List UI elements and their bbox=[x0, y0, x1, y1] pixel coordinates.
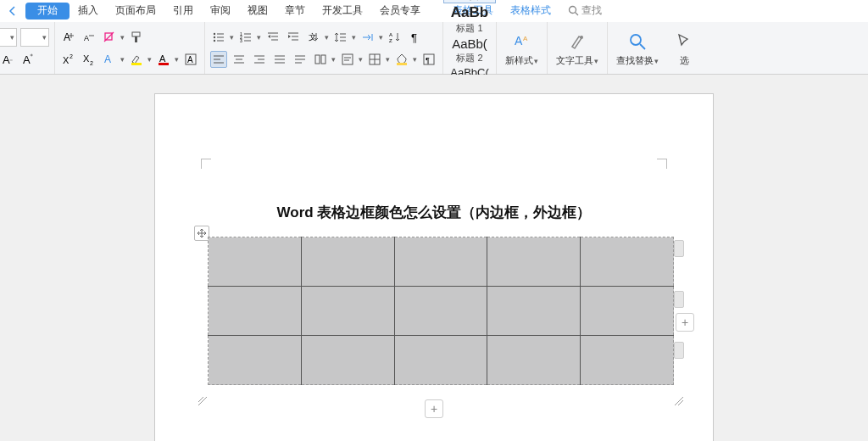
show-marks-icon[interactable]: ¶ bbox=[407, 29, 424, 46]
chevron-down-icon: ▾ bbox=[594, 57, 598, 65]
highlight-icon[interactable] bbox=[128, 51, 145, 68]
decrease-indent-icon[interactable] bbox=[264, 29, 281, 46]
chevron-down-icon[interactable]: ▾ bbox=[120, 33, 125, 42]
table-cell[interactable] bbox=[301, 237, 394, 287]
chevron-down-icon[interactable]: ▾ bbox=[379, 33, 383, 42]
format-painter-icon[interactable] bbox=[128, 29, 145, 46]
tab-stop-icon[interactable] bbox=[359, 29, 376, 46]
chevron-down-icon[interactable]: ▾ bbox=[325, 33, 329, 42]
increase-font-icon[interactable]: A⁺ bbox=[20, 51, 37, 68]
table-cell[interactable] bbox=[487, 336, 581, 385]
chevron-down-icon[interactable]: ▾ bbox=[120, 55, 125, 64]
row-stub-2[interactable] bbox=[674, 291, 684, 308]
document-table[interactable] bbox=[208, 237, 674, 385]
add-row-button[interactable]: + bbox=[425, 399, 443, 418]
tab-member[interactable]: 会员专享 bbox=[371, 0, 429, 22]
tab-page-layout[interactable]: 页面布局 bbox=[107, 0, 164, 22]
table-cell[interactable] bbox=[394, 336, 487, 385]
clear-format-icon[interactable] bbox=[101, 29, 118, 46]
line-spacing-icon[interactable] bbox=[332, 29, 349, 46]
numbering-icon[interactable]: 123 bbox=[237, 29, 254, 46]
tab-view[interactable]: 视图 bbox=[239, 0, 276, 22]
tab-review[interactable]: 审阅 bbox=[202, 0, 239, 22]
table-row[interactable] bbox=[209, 287, 674, 336]
subscript-icon[interactable]: X2 bbox=[81, 51, 97, 68]
text-direction-icon[interactable]: 文 bbox=[305, 29, 322, 46]
bullets-icon[interactable] bbox=[210, 29, 227, 46]
chevron-down-icon[interactable]: ▾ bbox=[147, 55, 152, 64]
svg-text:A: A bbox=[389, 32, 392, 37]
table-row[interactable] bbox=[209, 237, 674, 287]
tab-table-styles[interactable]: 表格样式 bbox=[502, 0, 559, 22]
font-name-dropdown[interactable]: ▾ bbox=[0, 28, 17, 47]
columns-icon[interactable] bbox=[312, 51, 329, 68]
back-arrow[interactable] bbox=[5, 3, 20, 19]
chevron-down-icon[interactable]: ▾ bbox=[413, 55, 417, 64]
table-cell[interactable] bbox=[581, 336, 674, 385]
document-title[interactable]: Word 表格边框颜色怎么设置（内边框，外边框） bbox=[155, 203, 713, 222]
document-page[interactable]: Word 表格边框颜色怎么设置（内边框，外边框） + + bbox=[154, 93, 714, 441]
svg-rect-11 bbox=[135, 36, 137, 42]
font-size-dropdown[interactable]: ▾ bbox=[20, 28, 49, 47]
svg-rect-10 bbox=[132, 32, 140, 36]
add-column-button[interactable]: + bbox=[676, 313, 694, 332]
table-cell[interactable] bbox=[209, 336, 302, 385]
shading-icon[interactable] bbox=[393, 51, 410, 68]
style-heading1[interactable]: AaBb 标题 1 bbox=[443, 3, 496, 36]
align-justify-icon[interactable] bbox=[271, 51, 288, 68]
decrease-font-icon[interactable]: A⁻ bbox=[0, 51, 17, 68]
cell-align-icon[interactable] bbox=[339, 51, 356, 68]
table-cell[interactable] bbox=[581, 237, 674, 287]
tab-insert[interactable]: 插入 bbox=[70, 0, 107, 22]
align-center-icon[interactable] bbox=[231, 51, 248, 68]
chevron-down-icon[interactable]: ▾ bbox=[175, 55, 179, 64]
font-color-icon[interactable]: A bbox=[155, 51, 172, 68]
chevron-down-icon[interactable]: ▾ bbox=[230, 33, 234, 42]
table-cell[interactable] bbox=[301, 287, 394, 336]
increase-indent-icon[interactable] bbox=[285, 29, 302, 46]
chevron-down-icon[interactable]: ▾ bbox=[352, 33, 356, 42]
paragraph-settings-icon[interactable]: ¶ bbox=[420, 51, 437, 68]
grow-font-icon[interactable]: A bbox=[60, 29, 77, 46]
new-style-button[interactable]: AA 新样式▾ bbox=[497, 22, 547, 74]
superscript-icon[interactable]: X2 bbox=[60, 51, 77, 68]
style-heading2[interactable]: AaBb( 标题 2 bbox=[443, 36, 496, 65]
chevron-down-icon[interactable]: ▾ bbox=[331, 55, 336, 64]
chevron-down-icon[interactable]: ▾ bbox=[386, 55, 390, 64]
table-resize-handle-left[interactable] bbox=[198, 396, 208, 406]
svg-text:Z: Z bbox=[389, 38, 392, 43]
select-button[interactable]: 选 bbox=[667, 22, 694, 74]
align-left-icon[interactable] bbox=[210, 51, 227, 68]
align-right-icon[interactable] bbox=[251, 51, 268, 68]
table-cell[interactable] bbox=[487, 287, 581, 336]
table-cell[interactable] bbox=[209, 287, 302, 336]
chevron-down-icon[interactable]: ▾ bbox=[257, 33, 261, 42]
row-stub-1[interactable] bbox=[674, 240, 684, 257]
svg-rect-17 bbox=[131, 63, 142, 65]
font-case-icon[interactable]: A bbox=[101, 51, 118, 68]
align-distribute-icon[interactable] bbox=[292, 51, 309, 68]
svg-rect-19 bbox=[159, 63, 169, 65]
table-cell[interactable] bbox=[209, 237, 302, 287]
tab-sections[interactable]: 章节 bbox=[276, 0, 314, 22]
table-resize-handle-right[interactable] bbox=[674, 396, 684, 406]
char-border-icon[interactable]: A bbox=[182, 51, 199, 68]
table-cell[interactable] bbox=[394, 237, 487, 287]
svg-text:X: X bbox=[83, 53, 90, 64]
tab-references[interactable]: 引用 bbox=[164, 0, 202, 22]
chevron-down-icon[interactable]: ▾ bbox=[359, 55, 363, 64]
table-cell[interactable] bbox=[581, 287, 674, 336]
find-replace-button[interactable]: 查找替换▾ bbox=[608, 22, 667, 74]
table-cell[interactable] bbox=[301, 336, 394, 385]
table-cell[interactable] bbox=[394, 287, 487, 336]
borders-icon[interactable] bbox=[366, 51, 383, 68]
table-row[interactable] bbox=[209, 336, 674, 385]
text-tools-button[interactable]: 文字工具▾ bbox=[548, 22, 607, 74]
sort-icon[interactable]: AZ bbox=[387, 29, 403, 46]
tab-start[interactable]: 开始 bbox=[25, 3, 70, 20]
tab-dev-tools[interactable]: 开发工具 bbox=[314, 0, 371, 22]
table-cell[interactable] bbox=[487, 237, 581, 287]
search-box[interactable]: 查找 bbox=[568, 3, 602, 18]
shrink-font-icon[interactable]: A bbox=[81, 29, 97, 46]
row-stub-3[interactable] bbox=[674, 342, 684, 359]
